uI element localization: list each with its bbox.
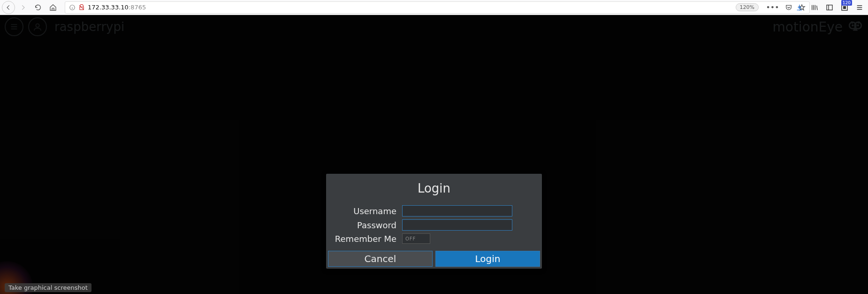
- sidebar-icon: [826, 4, 833, 11]
- cancel-button[interactable]: Cancel: [328, 251, 433, 267]
- home-icon: [49, 4, 57, 11]
- app-menu-button[interactable]: [854, 2, 865, 13]
- reload-icon: [34, 4, 42, 11]
- url-bar[interactable]: 172.33.33.10:8765 120% •••: [65, 1, 810, 14]
- remember-label: Remember Me: [332, 234, 402, 244]
- password-input[interactable]: [402, 219, 512, 231]
- addon-count-badge: 120: [841, 0, 852, 6]
- username-label: Username: [332, 206, 402, 216]
- forward-button[interactable]: [16, 1, 30, 14]
- library-icon: [811, 4, 818, 11]
- hamburger-icon: [856, 4, 863, 11]
- download-icon: [796, 4, 803, 11]
- svg-rect-4: [843, 6, 846, 9]
- password-label: Password: [332, 220, 402, 230]
- downloads-button[interactable]: [794, 2, 805, 13]
- zoom-indicator[interactable]: 120%: [736, 3, 759, 11]
- pocket-icon[interactable]: [785, 4, 792, 11]
- url-text: 172.33.33.10:8765: [88, 4, 146, 11]
- back-button[interactable]: [2, 1, 15, 14]
- browser-toolbar: 172.33.33.10:8765 120% ••• 120: [0, 0, 868, 15]
- page-actions-icon[interactable]: •••: [766, 4, 779, 11]
- dialog-title: Login: [326, 178, 542, 204]
- svg-rect-2: [827, 5, 832, 10]
- login-button[interactable]: Login: [435, 251, 540, 267]
- reload-button[interactable]: [31, 1, 45, 14]
- screenshot-tooltip: Take graphical screenshot: [5, 283, 91, 292]
- insecure-icon: [78, 4, 85, 11]
- page-content: raspberrypi motionEye Login Username Pas…: [0, 15, 868, 294]
- username-input[interactable]: [402, 205, 512, 217]
- sidebar-button[interactable]: [824, 2, 835, 13]
- login-dialog: Login Username Password Remember Me OFF …: [326, 174, 542, 269]
- arrow-right-icon: [20, 4, 26, 11]
- arrow-left-icon: [5, 4, 12, 11]
- remember-toggle[interactable]: OFF: [402, 233, 430, 244]
- info-icon: [69, 4, 76, 11]
- library-button[interactable]: [809, 2, 820, 13]
- addon-button[interactable]: 120: [839, 2, 850, 13]
- home-button[interactable]: [46, 1, 60, 14]
